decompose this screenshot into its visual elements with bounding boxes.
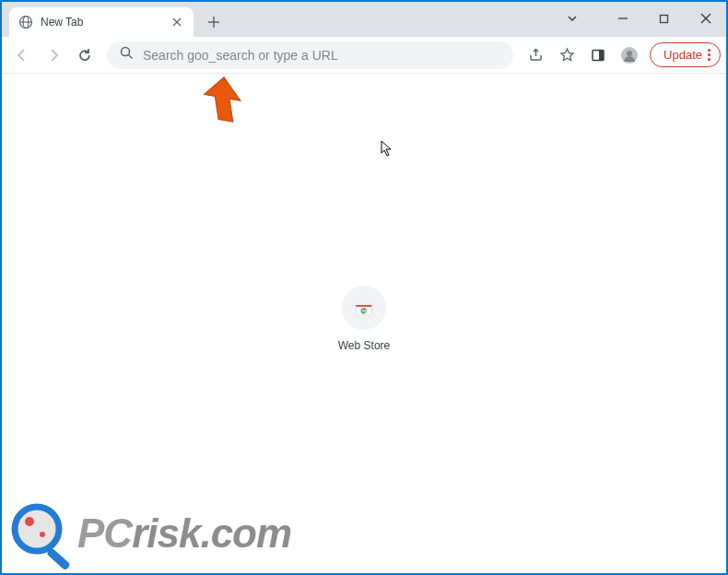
share-icon[interactable]	[521, 41, 550, 70]
reload-button[interactable]	[70, 41, 100, 70]
globe-icon	[18, 15, 33, 29]
svg-point-11	[122, 48, 130, 56]
search-icon	[120, 46, 134, 64]
annotation-arrow-icon	[200, 76, 255, 135]
menu-dots-icon	[708, 49, 710, 61]
forward-button[interactable]	[39, 41, 68, 70]
web-store-icon	[342, 286, 386, 330]
close-tab-button[interactable]	[170, 15, 184, 29]
svg-rect-27	[46, 547, 71, 570]
page-content: Web Store PCrisk.com	[2, 74, 726, 573]
update-button[interactable]: Update	[650, 42, 721, 67]
minimize-button[interactable]	[602, 2, 643, 35]
svg-point-22	[363, 310, 366, 312]
profile-icon[interactable]	[615, 41, 644, 70]
svg-line-12	[129, 55, 133, 59]
bookmark-icon[interactable]	[552, 41, 581, 70]
update-label: Update	[663, 48, 702, 62]
svg-marker-14	[561, 49, 573, 61]
back-button[interactable]	[7, 41, 37, 70]
svg-point-18	[627, 51, 632, 56]
toolbar: Update	[2, 37, 726, 74]
side-panel-icon[interactable]	[583, 41, 613, 70]
title-bar: New Tab	[2, 2, 726, 37]
svg-rect-8	[661, 15, 668, 22]
svg-point-23	[15, 507, 59, 551]
svg-point-26	[40, 532, 45, 537]
svg-point-25	[25, 517, 34, 526]
svg-marker-20	[382, 141, 391, 156]
watermark: PCrisk.com	[9, 501, 291, 566]
svg-marker-19	[200, 76, 243, 123]
window-controls	[551, 2, 726, 35]
browser-tab[interactable]: New Tab	[9, 7, 194, 37]
chevron-down-icon[interactable]	[551, 2, 593, 35]
tab-title: New Tab	[41, 16, 170, 29]
watermark-text: PCrisk.com	[77, 510, 291, 557]
shortcut-web-store[interactable]: Web Store	[338, 286, 390, 352]
svg-point-24	[15, 507, 59, 551]
mouse-cursor-icon	[381, 140, 393, 160]
omnibox[interactable]	[107, 41, 513, 69]
close-window-button[interactable]	[685, 2, 726, 35]
shortcut-label: Web Store	[338, 339, 390, 352]
svg-rect-16	[599, 50, 604, 60]
address-input[interactable]	[143, 48, 500, 63]
maximize-button[interactable]	[643, 2, 685, 35]
new-tab-button[interactable]	[201, 9, 227, 35]
magnifier-icon	[9, 501, 74, 566]
